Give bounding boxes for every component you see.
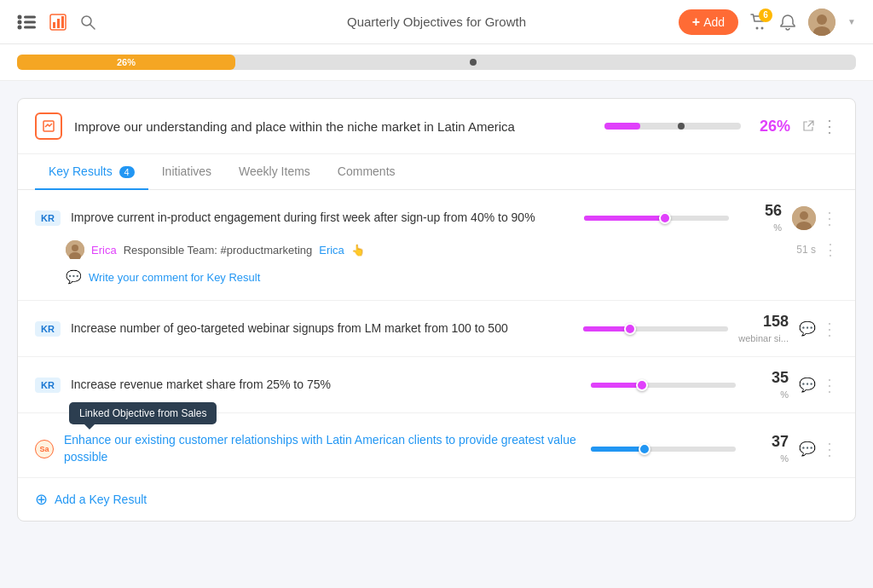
objective-card: Improve our understanding and place with… bbox=[17, 98, 856, 522]
header-left bbox=[17, 14, 95, 31]
objective-title: Improve our understanding and place with… bbox=[74, 118, 593, 135]
main-content: Improve our understanding and place with… bbox=[0, 81, 873, 539]
svg-point-13 bbox=[761, 26, 764, 29]
commenter-avatar bbox=[66, 240, 84, 259]
overall-progress-label: 26% bbox=[117, 57, 136, 67]
svg-rect-9 bbox=[61, 16, 64, 28]
kr-actions-2: 💬 ⋮ bbox=[799, 319, 838, 339]
svg-point-12 bbox=[756, 26, 759, 29]
cart-badge-area: 6 bbox=[750, 14, 767, 31]
svg-rect-4 bbox=[24, 20, 36, 23]
kr-text-4[interactable]: Enhance our existing customer relationsh… bbox=[64, 432, 581, 465]
kr-comment-btn-3[interactable]: 💬 bbox=[799, 377, 816, 393]
kr-row-3: KR Increase revenue market share from 25… bbox=[35, 369, 838, 401]
cart-badge: 6 bbox=[759, 9, 772, 22]
kr-slider-3[interactable] bbox=[591, 383, 736, 388]
kr-badge-2: KR bbox=[35, 321, 61, 337]
tab-comments[interactable]: Comments bbox=[324, 154, 409, 190]
svg-point-2 bbox=[18, 25, 22, 29]
header-right: + Add 6 ▼ bbox=[679, 9, 856, 36]
key-result-item: KR Increase revenue market share from 25… bbox=[18, 357, 855, 413]
key-result-item: Sa Enhance our existing customer relatio… bbox=[18, 420, 855, 478]
svg-rect-3 bbox=[24, 15, 36, 18]
kr-unit-4: % bbox=[780, 453, 789, 464]
overall-progress-dot bbox=[470, 59, 477, 66]
overall-progress-fill: 26% bbox=[17, 55, 235, 70]
kr-text-2: Increase number of geo-targeted webinar … bbox=[71, 320, 573, 337]
kr-more-2[interactable]: ⋮ bbox=[821, 319, 838, 339]
kr-value-wrap-2: 158 webinar si... bbox=[738, 313, 789, 344]
key-results-badge: 4 bbox=[119, 166, 135, 178]
write-comment-icon: 💬 bbox=[66, 269, 82, 285]
overall-progress-track: 26% bbox=[17, 55, 856, 70]
kr-actions-1: ⋮ bbox=[792, 206, 838, 230]
kr-value-wrap-4: 37 % bbox=[746, 433, 789, 464]
tab-key-results[interactable]: Key Results 4 bbox=[35, 154, 148, 190]
objective-more-menu[interactable]: ⋮ bbox=[821, 116, 838, 136]
kr-value-1: 56 bbox=[739, 202, 782, 220]
kr-badge-3: KR bbox=[35, 378, 61, 393]
kr-more-1[interactable]: ⋮ bbox=[821, 208, 838, 228]
objective-progress-bar bbox=[604, 123, 741, 130]
svg-line-11 bbox=[90, 24, 95, 29]
comment-time: 51 s bbox=[796, 244, 816, 256]
add-icon: + bbox=[692, 14, 700, 30]
kr-row-2: KR Increase number of geo-targeted webin… bbox=[35, 313, 838, 344]
svg-point-19 bbox=[800, 211, 808, 220]
kr-value-2: 158 bbox=[738, 313, 789, 331]
kr-value-wrap-1: 56 % bbox=[739, 202, 782, 233]
tab-weekly-items[interactable]: Weekly Items bbox=[225, 154, 324, 190]
comment-more[interactable]: ⋮ bbox=[823, 240, 838, 259]
kr-unit-3: % bbox=[780, 389, 789, 400]
linked-objective-tooltip: Linked Objective from Sales bbox=[69, 402, 217, 424]
kr-comment-row-1: Erica Responsible Team: #productmarketin… bbox=[35, 233, 838, 262]
objective-progress-value: 26% bbox=[749, 118, 790, 135]
header: Quarterly Objectives for Growth + Add 6 bbox=[0, 0, 873, 44]
svg-point-22 bbox=[72, 245, 78, 251]
kr-value-4: 37 bbox=[746, 433, 789, 451]
overall-progress-section: 26% bbox=[0, 44, 873, 81]
kr-unit-2: webinar si... bbox=[738, 333, 789, 343]
tabs-bar: Key Results 4 Initiatives Weekly Items C… bbox=[18, 154, 855, 190]
kr-badge-1: KR bbox=[35, 210, 61, 226]
search-button[interactable] bbox=[80, 14, 95, 30]
kr-slider-1[interactable] bbox=[584, 216, 729, 221]
comment-link[interactable]: Erica bbox=[319, 244, 344, 257]
chart-icon-button[interactable] bbox=[49, 14, 66, 31]
user-avatar[interactable] bbox=[808, 9, 835, 36]
kr-slider-4[interactable] bbox=[591, 447, 736, 452]
add-button[interactable]: + Add bbox=[679, 9, 738, 35]
kr-more-3[interactable]: ⋮ bbox=[821, 375, 838, 395]
kr-more-4[interactable]: ⋮ bbox=[821, 439, 838, 459]
page-title: Quarterly Objectives for Growth bbox=[347, 14, 526, 29]
kr-slider-2[interactable] bbox=[583, 326, 728, 331]
kr-row-4: Sa Enhance our existing customer relatio… bbox=[35, 432, 838, 465]
svg-rect-5 bbox=[24, 26, 36, 28]
kr-comment-btn-4[interactable]: 💬 bbox=[799, 441, 816, 457]
kr-actions-4: 💬 ⋮ bbox=[799, 439, 838, 459]
objective-external-link[interactable] bbox=[802, 120, 814, 132]
objective-progress-area: 26% bbox=[604, 118, 790, 135]
kr-text-1: Improve current in-product engagement du… bbox=[71, 210, 574, 227]
comment-emoji: 👆 bbox=[351, 244, 365, 257]
objective-header: Improve our understanding and place with… bbox=[18, 99, 855, 154]
svg-point-15 bbox=[817, 14, 827, 25]
key-result-item: KR Increase number of geo-targeted webin… bbox=[18, 301, 855, 357]
svg-point-1 bbox=[18, 20, 22, 24]
avatar-dropdown[interactable]: ▼ bbox=[847, 17, 856, 26]
objective-actions: ⋮ bbox=[802, 116, 838, 136]
write-comment-1[interactable]: 💬 Write your comment for Key Result bbox=[35, 262, 838, 288]
svg-rect-8 bbox=[57, 19, 60, 28]
add-kr-label: Add a Key Result bbox=[55, 493, 147, 506]
kr-actions-3: 💬 ⋮ bbox=[799, 375, 838, 395]
tab-initiatives[interactable]: Initiatives bbox=[148, 154, 225, 190]
notification-button[interactable] bbox=[779, 14, 796, 31]
write-comment-label: Write your comment for Key Result bbox=[89, 271, 260, 284]
kr-comment-btn-2[interactable]: 💬 bbox=[799, 320, 816, 337]
comment-text: Responsible Team: #productmarketing bbox=[124, 244, 313, 257]
kr-text-3: Increase revenue market share from 25% t… bbox=[71, 377, 581, 394]
kr-row-1: KR Improve current in-product engagement… bbox=[35, 202, 838, 233]
menu-button[interactable] bbox=[17, 14, 36, 30]
objective-icon bbox=[35, 112, 62, 140]
add-key-result[interactable]: ⊕ Add a Key Result bbox=[18, 478, 855, 521]
